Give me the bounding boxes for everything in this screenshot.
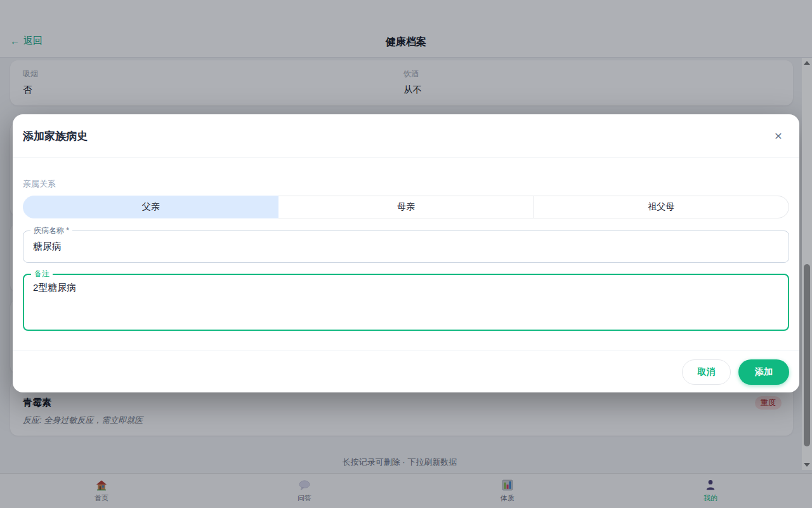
disease-name-input[interactable] <box>23 231 789 262</box>
segment-mother[interactable]: 母亲 <box>278 196 534 218</box>
notes-label: 备注 <box>31 269 53 279</box>
scrollbar[interactable] <box>802 58 812 470</box>
scroll-down-icon[interactable] <box>802 460 812 470</box>
scrollbar-thumb[interactable] <box>804 264 810 446</box>
notes-field: 备注 2型糖尿病 <box>23 274 789 331</box>
cancel-button[interactable]: 取消 <box>682 359 731 385</box>
add-button[interactable]: 添加 <box>738 359 789 385</box>
close-icon[interactable]: × <box>768 125 789 147</box>
scroll-up-icon[interactable] <box>802 58 812 68</box>
screen: ← 返回 健康档案 吸烟 否 饮酒 从不 青霉素 重度 反应: 全身过敏反应，需… <box>0 0 812 508</box>
add-family-history-modal: 添加家族病史 × 亲属关系 父亲 母亲 祖父母 疾病名称 * 备注 2型糖尿病 … <box>13 114 799 392</box>
notes-textarea[interactable]: 2型糖尿病 <box>24 275 788 330</box>
relation-label: 亲属关系 <box>23 178 56 190</box>
segment-grandparents[interactable]: 祖父母 <box>534 196 789 218</box>
modal-title: 添加家族病史 <box>23 114 88 158</box>
footer-divider <box>13 351 799 351</box>
disease-name-label: 疾病名称 * <box>30 226 72 236</box>
modal-header: 添加家族病史 × <box>13 114 799 158</box>
disease-name-field: 疾病名称 * <box>23 231 789 263</box>
segment-father[interactable]: 父亲 <box>23 196 278 218</box>
relation-segmented-control: 父亲 母亲 祖父母 <box>23 196 789 218</box>
